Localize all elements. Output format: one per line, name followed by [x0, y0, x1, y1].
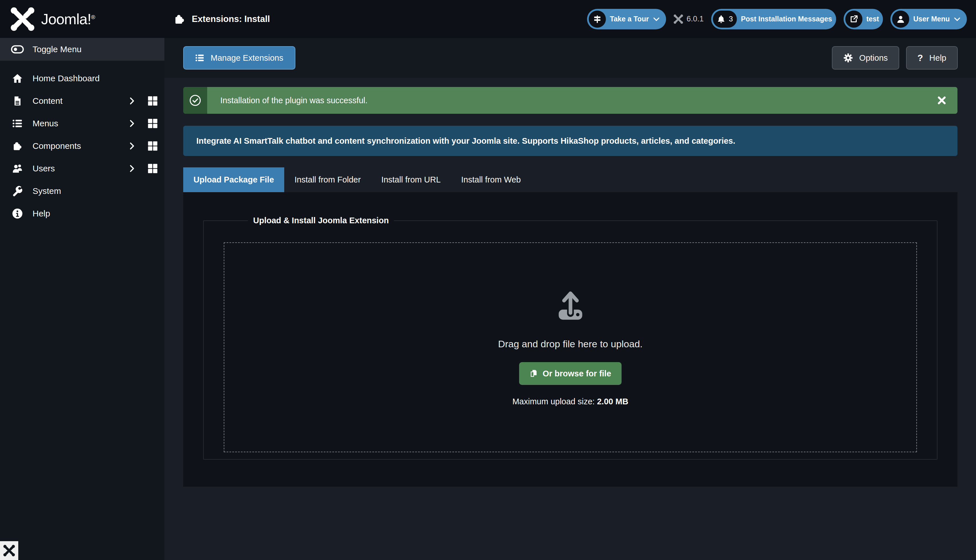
tab-label: Install from URL: [381, 175, 441, 185]
post-installation-label: Post Installation Messages: [739, 15, 836, 23]
sidebar-item-label: Users: [33, 164, 55, 173]
upload-fieldset: Upload & Install Joomla Extension Drag a…: [203, 216, 938, 460]
options-label: Options: [859, 53, 888, 63]
drag-drop-text: Drag and drop file here to upload.: [498, 338, 643, 350]
site-preview-label: test: [864, 15, 883, 23]
dashboard-grid-icon[interactable]: [148, 96, 157, 106]
user-menu-label: User Menu: [911, 15, 954, 23]
sidebar-item-system[interactable]: System: [0, 180, 164, 202]
options-button[interactable]: Options: [832, 46, 899, 70]
browse-button-label: Or browse for file: [543, 369, 611, 378]
install-tabs: Upload Package File Install from Folder …: [183, 167, 958, 192]
take-a-tour-button[interactable]: Take a Tour: [587, 9, 666, 29]
users-icon: [11, 163, 24, 174]
info-alert: Integrate AI SmartTalk chatbot and conte…: [183, 126, 958, 156]
success-alert-message: Installation of the plugin was successfu…: [207, 87, 926, 114]
joomla-logo-text: Joomla!®: [41, 10, 95, 28]
user-menu-button[interactable]: User Menu: [891, 9, 967, 29]
wrench-icon: [11, 186, 24, 197]
chevron-down-icon: [653, 16, 660, 23]
tab-install-from-web[interactable]: Install from Web: [451, 167, 531, 192]
site-preview-button[interactable]: test: [844, 9, 883, 29]
upload-tab-panel: Upload & Install Joomla Extension Drag a…: [183, 192, 958, 487]
alert-close-button[interactable]: [926, 87, 958, 114]
chevron-right-icon[interactable]: [128, 142, 136, 150]
gear-icon: [843, 53, 853, 63]
joomla-logo: Joomla!®: [0, 7, 164, 32]
sidebar: Toggle Menu Home Dashboard Content Menus: [0, 38, 164, 560]
joomla-logo-icon: [10, 7, 35, 32]
user-icon: [892, 10, 909, 28]
dashboard-grid-icon[interactable]: [148, 164, 157, 173]
joomla-version: 6.0.1: [674, 14, 704, 24]
toggle-icon: [11, 45, 24, 54]
tab-install-from-url[interactable]: Install from URL: [371, 167, 451, 192]
chevron-right-icon[interactable]: [128, 97, 136, 105]
external-link-icon: [845, 10, 862, 28]
file-dropzone[interactable]: Drag and drop file here to upload. Or br…: [224, 242, 917, 452]
check-circle-icon: [189, 94, 201, 107]
success-alert-icon-strip: [183, 87, 207, 114]
sidebar-item-label: Menus: [33, 118, 58, 128]
joomla-corner-badge[interactable]: [0, 541, 18, 560]
chevron-right-icon[interactable]: [128, 165, 136, 173]
main-area: Manage Extensions Options ? Help Install…: [164, 38, 976, 560]
sidebar-item-menus[interactable]: Menus: [0, 112, 164, 135]
help-label: Help: [929, 53, 946, 63]
close-icon: [937, 95, 947, 105]
manage-extensions-label: Manage Extensions: [211, 53, 283, 63]
page-title: Extensions: Install: [192, 14, 270, 24]
tab-install-from-folder[interactable]: Install from Folder: [284, 167, 371, 192]
version-number: 6.0.1: [687, 15, 704, 23]
header-actions: Take a Tour 6.0.1 3 Post Installation Me…: [587, 9, 976, 29]
question-mark-icon: ?: [918, 53, 923, 63]
sidebar-item-label: Content: [33, 96, 62, 106]
sidebar-item-help[interactable]: Help: [0, 202, 164, 225]
sidebar-item-home-dashboard[interactable]: Home Dashboard: [0, 67, 164, 90]
dashboard-grid-icon[interactable]: [148, 118, 157, 128]
chevron-right-icon[interactable]: [128, 120, 136, 127]
info-alert-message: Integrate AI SmartTalk chatbot and conte…: [196, 136, 735, 146]
sidebar-item-label: Toggle Menu: [33, 45, 82, 54]
document-icon: [11, 95, 24, 107]
info-icon: [11, 208, 24, 219]
sidebar-item-label: Help: [33, 209, 50, 218]
dashboard-grid-icon[interactable]: [148, 141, 157, 151]
tab-label: Install from Folder: [294, 175, 361, 185]
manage-extensions-button[interactable]: Manage Extensions: [183, 46, 295, 70]
notifications-segment: 3: [713, 10, 737, 28]
max-upload-size-value: 2.00 MB: [597, 397, 628, 406]
signpost-icon: [589, 10, 606, 28]
upload-legend: Upload & Install Joomla Extension: [248, 216, 394, 225]
tab-label: Upload Package File: [194, 175, 274, 185]
max-upload-size-text: Maximum upload size: 2.00 MB: [512, 397, 628, 406]
page-heading: Extensions: Install: [174, 13, 270, 25]
upload-icon: [554, 288, 587, 322]
puzzle-icon: [174, 13, 186, 25]
copy-file-icon: [530, 369, 538, 378]
puzzle-icon: [11, 140, 24, 152]
sidebar-item-components[interactable]: Components: [0, 135, 164, 157]
sidebar-item-label: Home Dashboard: [33, 73, 100, 83]
tab-upload-package-file[interactable]: Upload Package File: [183, 167, 284, 192]
registered-mark: ®: [91, 14, 95, 20]
list-icon: [11, 118, 24, 128]
sidebar-item-users[interactable]: Users: [0, 157, 164, 180]
help-button[interactable]: ? Help: [906, 46, 958, 70]
home-icon: [11, 73, 24, 84]
browse-for-file-button[interactable]: Or browse for file: [519, 362, 621, 385]
notification-count-badge: 3: [729, 15, 733, 23]
top-header-bar: Joomla!® Extensions: Install Take a Tour…: [0, 0, 976, 38]
sidebar-item-content[interactable]: Content: [0, 90, 164, 112]
take-a-tour-label: Take a Tour: [608, 15, 653, 23]
sidebar-item-toggle-menu[interactable]: Toggle Menu: [0, 38, 164, 61]
chevron-down-icon: [954, 16, 961, 23]
toolbar: Manage Extensions Options ? Help: [164, 38, 976, 78]
tab-label: Install from Web: [461, 175, 521, 185]
sidebar-item-label: System: [33, 186, 61, 196]
post-installation-messages-button[interactable]: 3 Post Installation Messages: [711, 9, 836, 29]
sidebar-item-label: Components: [33, 141, 81, 151]
content-area: Installation of the plugin was successfu…: [164, 78, 976, 487]
success-alert: Installation of the plugin was successfu…: [183, 87, 958, 114]
list-icon: [195, 53, 204, 62]
